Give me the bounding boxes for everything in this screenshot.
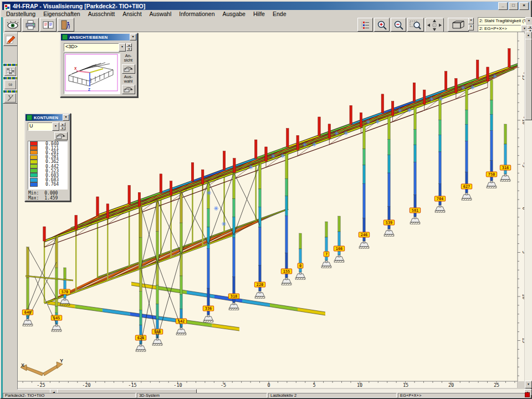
view-preview[interactable]: X Z xyxy=(64,53,120,94)
h-ruler-label: -5 xyxy=(221,382,226,388)
view-window-title: ANSICHT/EBENEN xyxy=(69,35,108,40)
menu-item-auswahl[interactable]: Auswahl xyxy=(146,11,176,17)
view-3d-button[interactable] xyxy=(448,18,469,32)
select-camera-button[interactable] xyxy=(122,85,135,94)
vertical-scrollbar[interactable]: ▲ ▼ xyxy=(525,32,532,388)
close-button[interactable]: × xyxy=(519,2,529,10)
menu-item-ansicht[interactable]: Ansicht xyxy=(119,11,145,17)
axis-x-label: X xyxy=(21,362,24,368)
svg-text:704: 704 xyxy=(437,197,444,201)
loadcase-dropdown-icon[interactable]: ▼ xyxy=(525,17,532,25)
menu-item-hilfe[interactable]: Hilfe xyxy=(249,11,269,17)
window-icon xyxy=(27,115,32,120)
view-eye-button[interactable] xyxy=(4,18,21,32)
svg-text:545: 545 xyxy=(53,316,60,320)
view-combo[interactable]: <3D> xyxy=(64,43,120,52)
legend-swatch xyxy=(30,150,38,155)
legend-swatch xyxy=(30,168,38,173)
contour-combo-spinner[interactable]: ▲ ▼ xyxy=(60,122,65,130)
svg-text:624: 624 xyxy=(137,336,145,340)
svg-text:246: 246 xyxy=(361,233,368,237)
contours-window-title: KONTUREN xyxy=(34,115,58,120)
book-icon xyxy=(43,21,54,29)
display-options-button[interactable] xyxy=(357,18,373,32)
menu-item-ausgabe[interactable]: Ausgabe xyxy=(219,11,249,17)
mini-titlebar xyxy=(3,90,17,93)
status-icon xyxy=(525,392,530,397)
min-value: 0.000 xyxy=(44,191,58,196)
rollup-icon[interactable]: ▾ xyxy=(63,114,69,121)
svg-text:316: 316 xyxy=(502,166,509,170)
contour-camera-button[interactable] xyxy=(54,132,68,140)
zoom-window-button[interactable] xyxy=(407,18,424,32)
app-window: 4H-FRAP - Visualisierung [Parkdeck2- TIO… xyxy=(0,0,532,399)
minimize-button[interactable]: _ xyxy=(498,2,508,10)
pencil-icon xyxy=(6,35,16,44)
title-bar[interactable]: 4H-FRAP - Visualisierung [Parkdeck2- TIO… xyxy=(2,2,530,10)
status-field-0: Parkdeck2- TIO+TIIO xyxy=(3,393,136,398)
edit-button[interactable] xyxy=(3,33,18,46)
menu-item-ausschnitt[interactable]: Ausschnitt xyxy=(84,11,119,17)
v-ruler-label: 10 xyxy=(521,294,524,299)
exit-button[interactable] xyxy=(58,18,74,32)
contours-window-titlebar[interactable]: KONTUREN ▾ xyxy=(25,114,70,121)
loadcomb-combo-value: 2: EG+P+X+> xyxy=(478,26,507,31)
max-label: Max: xyxy=(28,196,39,201)
mini-toolbox-net[interactable] xyxy=(3,63,18,77)
zoom-in-button[interactable] xyxy=(374,18,390,32)
contour-combo[interactable]: U xyxy=(28,122,53,131)
loadcase-combo-value: 2: Stahl Tragfähigkeit (Th. 2. O xyxy=(478,18,526,23)
legend-min-row: Min: 0.000 xyxy=(28,191,58,196)
contour-combo-dropdown-icon[interactable]: ▼ xyxy=(52,122,59,131)
legend-swatch xyxy=(30,155,38,160)
mini-toolbox-fork[interactable] xyxy=(3,90,18,104)
window-title: 4H-FRAP - Visualisierung [Parkdeck2- TIO… xyxy=(13,3,145,9)
mini-titlebar xyxy=(3,77,17,79)
section-icon: S0 xyxy=(4,80,16,89)
menu-item-ende[interactable]: Ende xyxy=(269,11,290,17)
contours-window[interactable]: KONTUREN ▾ U ▼ ▲ ▼ 0.0400.1210.2010.2810… xyxy=(24,113,71,202)
pan-control[interactable] xyxy=(425,18,444,33)
mini-titlebar xyxy=(3,64,17,66)
camera-icon xyxy=(124,66,134,72)
contour-legend: 0.0400.1210.2010.2810.3620.4420.5230.603… xyxy=(28,141,68,190)
loadcase-combo[interactable]: 2: Stahl Tragfähigkeit (Th. 2. O xyxy=(478,17,526,25)
toolbar: ▲ ▼ 2: Stahl Tragfähigkeit (Th. 2. O ▼ 2… xyxy=(2,17,530,32)
legend-swatch xyxy=(30,182,38,187)
view-combo-value: <3D> xyxy=(64,44,78,49)
print-button[interactable] xyxy=(22,18,39,32)
spin-up-icon: ▲ xyxy=(528,25,532,29)
menu-item-informationen[interactable]: Informationen xyxy=(175,11,218,17)
v-ruler-label: 15 xyxy=(521,337,524,343)
view-combo-dropdown-icon[interactable]: ▼ xyxy=(119,43,126,52)
svg-text:220: 220 xyxy=(257,283,264,287)
svg-text:750: 750 xyxy=(488,172,495,177)
max-value: 1.459 xyxy=(44,196,58,201)
view-camera-button[interactable] xyxy=(122,64,135,74)
svg-text:7: 7 xyxy=(325,252,328,257)
view-combo-spinner[interactable]: ▲ ▼ xyxy=(126,43,132,50)
axis-z-label: Z xyxy=(88,88,90,91)
maximize-button[interactable]: □ xyxy=(509,2,518,10)
svg-text:318: 318 xyxy=(231,294,238,299)
menu-item-darstellung[interactable]: Darstellung xyxy=(2,11,39,17)
view-planes-window[interactable]: ANSICHT/EBENEN ▾ <3D> ▼ ▲ ▼ X xyxy=(60,33,138,98)
axis-x-label: X xyxy=(74,66,77,70)
view-window-titlebar[interactable]: ANSICHT/EBENEN ▾ xyxy=(61,34,137,40)
legend-swatch xyxy=(30,173,38,177)
legend-swatch xyxy=(30,164,38,168)
v-ruler-label: 5 xyxy=(521,250,524,253)
menu-item-eigenschaften[interactable]: Eigenschaften xyxy=(39,11,84,17)
manual-button[interactable] xyxy=(40,18,57,32)
scroll-up-icon: ▲ xyxy=(525,32,532,39)
rollup-icon[interactable]: ▾ xyxy=(130,34,136,40)
h-ruler-label: -10 xyxy=(173,382,182,388)
view-spinner[interactable]: ▲ ▼ xyxy=(468,18,474,30)
mini-toolbox-section[interactable]: S0 xyxy=(3,76,18,90)
status-field-1: 3D-System xyxy=(137,393,267,398)
h-ruler-label: 10 xyxy=(357,382,362,388)
svg-text:336: 336 xyxy=(205,306,212,311)
view-preview-thumbnail: X Z xyxy=(64,53,119,93)
zoom-out-button[interactable] xyxy=(391,18,406,32)
view-label: An- sicht xyxy=(121,54,136,63)
